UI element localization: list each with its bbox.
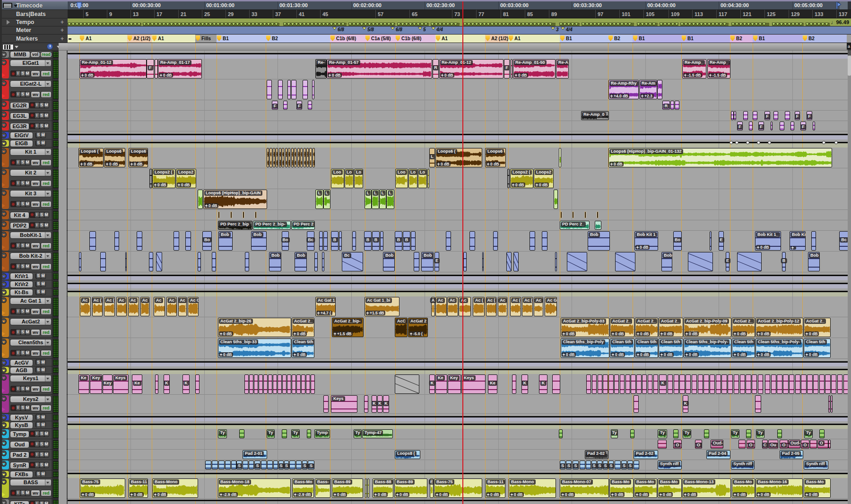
waveform-view-button[interactable]: wv	[31, 201, 40, 208]
audio-clip[interactable]	[198, 190, 203, 209]
audio-clip-ac-[interactable]: Ac (	[510, 297, 521, 316]
cluster-clip[interactable]	[603, 374, 608, 394]
audio-clip-ke[interactable]: Ke	[132, 374, 142, 394]
audio-clip[interactable]	[704, 429, 709, 438]
track-name[interactable]: AGB	[10, 367, 33, 374]
waveform-view-button[interactable]: wv	[31, 263, 40, 270]
cluster-clip[interactable]	[837, 374, 842, 394]
audio-clip-s[interactable]: S	[597, 461, 602, 469]
audio-clip-pd-perc-2-bip[interactable]: PD Perc 2_bip	[218, 221, 252, 230]
audio-clip[interactable]	[811, 231, 816, 251]
cluster-clip[interactable]	[813, 374, 818, 394]
audio-clip[interactable]	[586, 461, 591, 469]
audio-clip-l[interactable]: L	[372, 190, 379, 209]
cluster-clip[interactable]	[269, 148, 272, 167]
solo-button[interactable]: S	[40, 113, 44, 118]
cluster-clip[interactable]	[642, 374, 647, 394]
audio-clip[interactable]	[125, 252, 127, 271]
audio-clip[interactable]	[511, 59, 512, 78]
record-enable-button[interactable]	[30, 431, 34, 436]
audio-clip-re-amp-[interactable]: Re-Amp_-1.5 dB	[707, 59, 730, 78]
solo-button[interactable]: S	[36, 132, 41, 138]
track-playlist-arrow-icon[interactable]	[1, 203, 5, 208]
waveform-view-button[interactable]: wv	[31, 405, 40, 411]
cluster-clip[interactable]	[278, 374, 282, 394]
record-enable-button[interactable]	[11, 350, 15, 356]
cluster-clip[interactable]	[653, 374, 658, 394]
audio-clip-lo[interactable]: Lo	[418, 169, 427, 188]
audio-clip-ac[interactable]: Ac	[128, 297, 139, 316]
audio-clip[interactable]	[365, 478, 367, 498]
audio-clip[interactable]	[239, 429, 244, 438]
mute-button[interactable]: M	[41, 289, 45, 295]
audio-clip-loops2[interactable]: Loops20 dB	[176, 169, 196, 188]
track-options-caret[interactable]	[45, 81, 51, 87]
cluster-clip[interactable]	[631, 374, 635, 394]
drum-tick-clip[interactable]	[230, 211, 232, 218]
audio-clip-bass-mo[interactable]: Bass-Mo0 dB	[732, 478, 755, 498]
audio-clip-ty[interactable]: Ty	[756, 429, 764, 438]
audio-clip-clean-5th[interactable]: Clean 5th0 dB	[635, 339, 658, 358]
mute-button[interactable]: M	[41, 360, 45, 365]
track-name[interactable]: AcGV	[10, 359, 33, 366]
audio-clip-f[interactable]: F	[758, 122, 764, 130]
input-monitor-button[interactable]: I	[35, 212, 39, 217]
automation-read-button[interactable]: red	[41, 201, 52, 208]
audio-clip-acgat-2-[interactable]: AcGat 2_0 dB	[659, 318, 683, 337]
audio-clip-ac[interactable]: Ac	[178, 297, 187, 316]
audio-clip[interactable]	[753, 111, 757, 120]
audio-clip[interactable]	[287, 80, 291, 99]
track-playlist-arrow-icon[interactable]	[1, 162, 5, 166]
audio-clip-re-[interactable]: Re-	[315, 59, 327, 78]
audio-clip[interactable]	[296, 461, 302, 469]
audio-clip-synth-riff[interactable]: Synth riff	[731, 461, 755, 469]
audio-clip-o[interactable]: O	[747, 440, 755, 449]
audio-clip-acgat-2-[interactable]: AcGat 2_0 dB	[292, 318, 314, 337]
mute-button[interactable]: M	[44, 442, 49, 447]
audio-clip-bass-mono-18[interactable]: Bass-Mono-18-2.9 dB	[218, 478, 291, 498]
audio-clip[interactable]	[303, 80, 308, 99]
audio-clip-o[interactable]: O	[695, 440, 702, 449]
mute-button[interactable]: M	[44, 501, 49, 504]
audio-clip[interactable]	[688, 252, 713, 271]
solo-button[interactable]: S	[21, 309, 25, 314]
audio-clip[interactable]	[634, 461, 639, 469]
audio-clip-bo[interactable]: Bo	[673, 231, 682, 251]
audio-clip-f[interactable]: F	[147, 59, 154, 78]
audio-clip-acgat-2-[interactable]: AcGat 2_0 dB	[610, 318, 634, 337]
audio-clip[interactable]	[530, 231, 535, 251]
audio-clip[interactable]	[314, 252, 318, 271]
audio-clip-l[interactable]: L	[379, 190, 386, 209]
audio-clip[interactable]	[364, 395, 368, 413]
audio-clip[interactable]	[828, 440, 831, 449]
audio-clip-loops6-[interactable]: Loops6 (0 dB	[435, 148, 482, 167]
waveform-view-button[interactable]: wv	[31, 180, 40, 187]
audio-clip-s[interactable]: S	[591, 461, 597, 469]
audio-clip-s[interactable]: S	[302, 461, 307, 469]
cluster-clip[interactable]	[734, 374, 739, 394]
cluster-clip[interactable]	[291, 148, 294, 167]
audio-clip[interactable]	[673, 429, 678, 438]
track-name[interactable]: Oud	[10, 441, 29, 448]
cluster-clip[interactable]	[273, 374, 277, 394]
audio-clip-bass-88[interactable]: Bass-880 dB	[373, 478, 393, 498]
input-monitor-button[interactable]: I	[16, 350, 20, 356]
automation-read-button[interactable]: read	[40, 52, 52, 58]
input-monitor-button[interactable]: I	[35, 452, 39, 457]
audio-clip-r[interactable]: R	[662, 101, 670, 110]
track-playlist-arrow-icon[interactable]	[1, 492, 5, 497]
audio-clip-ac[interactable]: Ac	[80, 297, 91, 316]
audio-clip-s[interactable]: S	[278, 461, 284, 469]
mute-button[interactable]: M	[41, 140, 45, 146]
audio-clip-s[interactable]: S	[608, 461, 614, 469]
audio-clip-clean-5ths-bip-33[interactable]: Clean 5ths_bip-330 dB	[218, 339, 291, 358]
cluster-clip[interactable]	[728, 374, 733, 394]
drum-tick-clip[interactable]	[560, 211, 562, 218]
audio-clip-ty[interactable]: Ty	[658, 429, 667, 438]
audio-clip-bass-89[interactable]: Bass-890 dB	[332, 478, 363, 498]
audio-clip[interactable]	[212, 461, 218, 469]
audio-clip-ac[interactable]: Ac	[166, 297, 177, 316]
audio-clip-key[interactable]: Key	[90, 374, 102, 394]
cluster-clip[interactable]	[679, 374, 685, 394]
audio-clip-ac-[interactable]: Ac (	[522, 297, 533, 316]
